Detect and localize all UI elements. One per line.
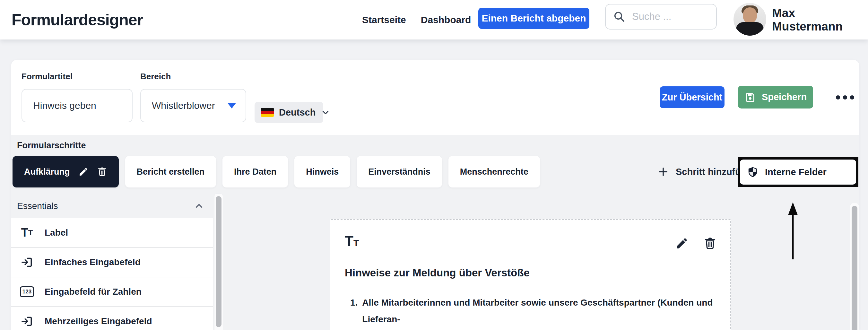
edit-block-button[interactable] [675,237,688,250]
internal-fields-button[interactable]: Interne Felder [740,159,856,185]
step-tab-hinweis[interactable]: Hinweis [294,156,350,187]
block-list-item: 1. Alle Mitarbeiterinnen und Mitarbeiter… [350,294,730,330]
input-field-icon [20,256,34,269]
form-designer-page: Formulardesigner Startseite Dashboard Ei… [0,0,868,330]
form-title-label: Formulartitel [22,71,72,82]
area-select-value: Whistlerblower [152,100,215,111]
delete-step-icon[interactable] [97,167,107,177]
save-button[interactable]: Speichern [738,86,813,109]
palette-item-text: Label [44,228,68,238]
canvas-scrollbar [850,203,859,330]
canvas-label-block[interactable]: TT [330,219,731,330]
block-actions [675,237,717,250]
internal-fields-highlight-box: Interne Felder [738,157,858,187]
avatar[interactable] [734,3,766,36]
nav-dashboard[interactable]: Dashboard [421,14,471,25]
app-title: Formulardesigner [11,0,143,39]
save-icon [744,91,756,103]
step-tab-menschenrechte[interactable]: Menschenrechte [448,156,540,187]
area-select[interactable]: Whistlerblower [140,89,246,122]
form-title-input[interactable] [22,89,132,122]
designer-card: Formulartitel Bereich Whistlerblower Deu… [11,60,859,330]
more-options-button[interactable] [827,89,859,106]
palette-item-simple-input[interactable]: Einfaches Eingabefeld [11,248,213,277]
ellipsis-dot [843,95,847,99]
step-tab-aufklaerung[interactable]: Aufklärung [12,156,119,187]
palette-item-text: Mehrzeiliges Eingabefeld [44,316,152,327]
chevron-down-icon [321,108,330,117]
list-number: 1. [350,294,358,330]
text-format-icon: TT [345,234,359,248]
submit-report-button[interactable]: Einen Bericht abgeben [478,8,589,29]
input-field-icon [20,315,34,328]
language-selector[interactable]: Deutsch [254,102,323,123]
steps-section-title: Formularschritte [17,141,86,151]
nav-startseite[interactable]: Startseite [362,14,406,25]
search-input[interactable] [632,11,703,23]
shield-icon [747,166,758,178]
german-flag-icon [261,108,274,117]
canvas-scrollbar-thumb[interactable] [851,206,858,330]
delete-block-button[interactable] [703,237,717,250]
language-value: Deutsch [279,107,315,118]
edit-step-icon[interactable] [78,167,89,177]
top-header: Formulardesigner Startseite Dashboard Ei… [0,0,868,39]
area-label: Bereich [140,71,171,82]
search-box[interactable] [605,4,717,30]
ellipsis-dot [836,95,840,99]
palette-group-title: Essentials [17,201,58,211]
step-tab-einverstaendnis[interactable]: Einverständnis [356,156,442,187]
list-text: Alle Mitarbeiterinnen und Mitarbeiter so… [362,294,730,330]
dropdown-triangle-icon [227,103,236,109]
plus-icon [658,166,669,177]
palette-scrollbar [214,193,223,330]
ellipsis-dot [850,95,854,99]
main-nav: Startseite Dashboard [362,0,471,39]
internal-fields-label: Interne Felder [765,167,827,178]
step-tab-ihre-daten[interactable]: Ihre Daten [222,156,288,187]
save-button-label: Speichern [762,92,807,102]
steps-row: Aufklärung [12,156,540,187]
annotation-arrow-up [786,202,800,260]
palette-item-text: Einfaches Eingabefeld [44,257,141,267]
palette-group-essentials[interactable]: Essentials [11,193,213,218]
search-icon [613,10,626,23]
step-label: Aufklärung [24,167,70,177]
number-field-icon: 123 [20,286,34,297]
overview-button[interactable]: Zur Übersicht [660,86,724,108]
builder-section: Formularschritte Aufklärung [11,135,859,330]
palette-item-label[interactable]: TT Label [11,218,213,248]
palette-scrollbar-thumb[interactable] [216,196,221,327]
component-palette: Essentials TT Label [11,193,213,330]
text-format-icon: TT [20,227,34,239]
palette-item-number-input[interactable]: 123 Eingabefeld für Zahlen [11,277,213,307]
chevron-up-icon [193,201,205,212]
user-name: Max Mustermann [772,0,868,39]
palette-item-multiline-input[interactable]: Mehrzeiliges Eingabefeld [11,307,213,330]
palette-item-text: Eingabefeld für Zahlen [44,287,142,297]
block-heading: Hinweise zur Meldung über Verstöße [345,267,530,279]
step-tab-bericht-erstellen[interactable]: Bericht erstellen [125,156,216,187]
